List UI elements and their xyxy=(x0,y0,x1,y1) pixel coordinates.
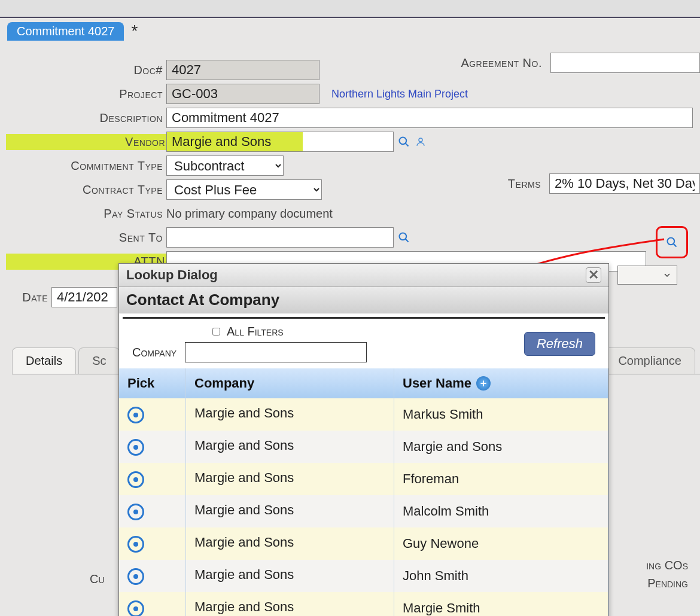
dialog-table-body: Margie and SonsMarkus SmithMargie and So… xyxy=(119,398,608,616)
chevron-down-icon xyxy=(662,270,672,280)
pick-radio[interactable] xyxy=(127,536,144,553)
vendor-lookup-icon[interactable] xyxy=(397,135,410,148)
cell-company: Margie and Sons xyxy=(186,431,394,463)
date-label: Date xyxy=(6,291,51,304)
footer-right-fragment: ing COs Pending xyxy=(646,556,688,592)
tab-second[interactable]: Sc xyxy=(78,347,120,374)
cell-company: Margie and Sons xyxy=(186,527,394,560)
project-field[interactable] xyxy=(166,84,319,104)
refresh-button[interactable]: Refresh xyxy=(524,332,595,356)
table-row[interactable]: Margie and SonsMargie Smith xyxy=(119,592,608,616)
pick-radio[interactable] xyxy=(127,439,144,456)
terms-label: Terms xyxy=(508,177,544,191)
svg-point-2 xyxy=(419,138,422,142)
cell-user: John Smith xyxy=(394,560,608,592)
vendor-field[interactable] xyxy=(166,132,394,152)
project-label: Project xyxy=(6,87,166,101)
col-header-pick[interactable]: Pick xyxy=(119,368,186,398)
pay-status-label: Pay Status xyxy=(6,207,166,221)
table-row[interactable]: Margie and SonsJohn Smith xyxy=(119,560,608,592)
svg-point-0 xyxy=(400,138,407,145)
cell-user: Malcolm Smith xyxy=(394,495,608,527)
dropdown-below-attn[interactable] xyxy=(617,266,677,285)
document-tab-row: Commitment 4027 * xyxy=(0,18,700,41)
cell-user: Markus Smith xyxy=(394,398,608,431)
contract-type-label: Contract Type xyxy=(6,183,166,197)
table-row[interactable]: Margie and SonsMarkus Smith xyxy=(119,398,608,431)
pay-status-value: No primary company document xyxy=(166,207,333,221)
contract-type-select[interactable]: Cost Plus Fee xyxy=(166,179,322,200)
cell-company: Margie and Sons xyxy=(186,463,394,495)
commitment-form: Doc# Agreement No. Project Northern Ligh… xyxy=(6,59,694,273)
window-titlebar xyxy=(0,0,700,18)
dirty-indicator: * xyxy=(131,22,138,41)
pick-radio[interactable] xyxy=(127,504,144,520)
all-filters-label: All Filters xyxy=(227,325,284,339)
table-row[interactable]: Margie and SonsGuy Newone xyxy=(119,527,608,560)
svg-line-1 xyxy=(406,144,409,147)
cell-user: Margie and Sons xyxy=(394,431,608,463)
pick-radio[interactable] xyxy=(127,600,144,616)
add-user-icon[interactable]: + xyxy=(476,376,491,391)
all-filters-checkbox[interactable] xyxy=(212,328,220,336)
agreement-no-field[interactable] xyxy=(550,53,700,73)
cell-company: Margie and Sons xyxy=(186,398,394,431)
svg-point-5 xyxy=(668,238,675,245)
svg-line-6 xyxy=(674,244,677,247)
cell-user: Fforeman xyxy=(394,463,608,495)
dialog-title: Lookup Dialog xyxy=(126,267,218,283)
pick-radio[interactable] xyxy=(127,407,144,423)
attn-lookup-icon[interactable] xyxy=(665,236,678,249)
description-label: Description xyxy=(6,111,166,125)
tab-details[interactable]: Details xyxy=(12,347,76,374)
svg-line-4 xyxy=(406,239,409,242)
cell-user: Guy Newone xyxy=(394,527,608,560)
doc-number-label: Doc# xyxy=(6,63,166,77)
dialog-close-button[interactable]: ✕ xyxy=(586,267,601,283)
person-icon[interactable] xyxy=(414,135,427,148)
commitment-type-select[interactable]: Subcontract xyxy=(166,155,284,176)
pick-radio[interactable] xyxy=(127,568,144,585)
col-header-user-label: User Name xyxy=(403,376,471,391)
col-header-user[interactable]: User Name + xyxy=(394,368,608,398)
dialog-subtitle: Contact At Company xyxy=(119,287,608,313)
sent-to-field[interactable] xyxy=(166,227,394,248)
date-row: Date xyxy=(6,287,117,307)
footer-line-cos: ing COs xyxy=(646,556,688,574)
cell-user: Margie Smith xyxy=(394,592,608,616)
company-filter-input[interactable] xyxy=(185,342,367,362)
project-name-link[interactable]: Northern Lights Main Project xyxy=(331,88,468,100)
cell-company: Margie and Sons xyxy=(186,592,394,616)
tab-compliance[interactable]: Compliance xyxy=(604,347,695,374)
terms-field[interactable] xyxy=(549,173,700,194)
pick-radio[interactable] xyxy=(127,471,144,488)
commitment-type-label: Commitment Type xyxy=(6,159,166,173)
dialog-filter-bar: All Filters Company Refresh xyxy=(123,317,605,368)
table-row[interactable]: Margie and SonsMargie and Sons xyxy=(119,431,608,463)
document-tab[interactable]: Commitment 4027 xyxy=(7,22,124,41)
cell-company: Margie and Sons xyxy=(186,495,394,527)
close-icon: ✕ xyxy=(588,267,599,283)
footer-line-pending: Pending xyxy=(646,574,688,592)
description-field[interactable] xyxy=(166,108,693,128)
cell-company: Margie and Sons xyxy=(186,560,394,592)
company-filter-label: Company xyxy=(132,346,176,359)
attn-lookup-highlight xyxy=(656,226,688,258)
sent-to-label: Sent To xyxy=(6,231,166,245)
lookup-dialog: Lookup Dialog ✕ Contact At Company All F… xyxy=(118,263,609,616)
table-row[interactable]: Margie and SonsMalcolm Smith xyxy=(119,495,608,527)
footer-left-fragment: Cu xyxy=(90,572,105,586)
table-row[interactable]: Margie and SonsFforeman xyxy=(119,463,608,495)
doc-number-field[interactable] xyxy=(166,60,319,80)
date-field[interactable] xyxy=(51,287,117,307)
svg-point-3 xyxy=(400,233,407,240)
sent-to-lookup-icon[interactable] xyxy=(397,231,410,244)
vendor-label: Vendor xyxy=(6,134,168,150)
col-header-company[interactable]: Company xyxy=(186,368,394,398)
dialog-table-header: Pick Company User Name + xyxy=(119,368,608,398)
agreement-no-label: Agreement No. xyxy=(461,56,546,70)
